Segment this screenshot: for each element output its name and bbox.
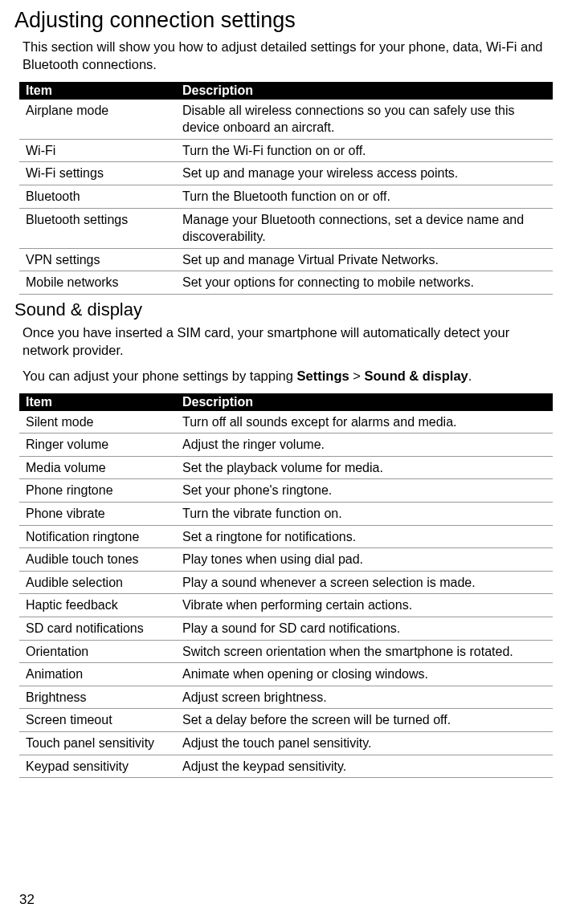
table-cell-item: Screen timeout <box>19 709 176 732</box>
table-cell-item: Animation <box>19 663 176 686</box>
table-row: OrientationSwitch screen orientation whe… <box>19 640 553 663</box>
table-header-item: Item <box>19 393 176 411</box>
table-cell-description: Manage your Bluetooth connections, set a… <box>176 208 553 248</box>
table-cell-description: Turn the Bluetooth function on or off. <box>176 185 553 208</box>
table-cell-description: Turn the Wi-Fi function on or off. <box>176 139 553 162</box>
table-row: Ringer volumeAdjust the ringer volume. <box>19 434 553 457</box>
table-cell-item: Orientation <box>19 640 176 663</box>
table-row: AnimationAnimate when opening or closing… <box>19 663 553 686</box>
heading-sound-display: Sound & display <box>14 299 553 320</box>
table-row: Wi-Fi settingsSet up and manage your wir… <box>19 162 553 185</box>
table-cell-item: VPN settings <box>19 248 176 271</box>
table-cell-description: Vibrate when performing certain actions. <box>176 594 553 617</box>
intro2-sound-display-label: Sound & display <box>364 368 468 383</box>
table-cell-description: Adjust the ringer volume. <box>176 434 553 457</box>
table-cell-item: Mobile networks <box>19 271 176 295</box>
table-cell-item: Brightness <box>19 686 176 709</box>
table-cell-item: Phone ringtone <box>19 479 176 503</box>
table-row: Touch panel sensitivityAdjust the touch … <box>19 731 553 755</box>
table-cell-description: Play a sound for SD card notifications. <box>176 617 553 641</box>
table-cell-description: Turn off all sounds except for alarms an… <box>176 411 553 434</box>
table-cell-description: Set the playback volume for media. <box>176 456 553 479</box>
table-cell-description: Animate when opening or closing windows. <box>176 663 553 686</box>
intro-sound-display-1: Once you have inserted a SIM card, your … <box>22 324 553 360</box>
table-row: Audible selectionPlay a sound whenever a… <box>19 571 553 594</box>
table-row: Phone ringtoneSet your phone's ringtone. <box>19 479 553 503</box>
intro2-settings-label: Settings <box>297 368 349 383</box>
table-header-item: Item <box>19 82 176 100</box>
table-cell-item: Audible selection <box>19 571 176 594</box>
intro2-sep: > <box>349 368 365 383</box>
table-connection-settings: Item Description Airplane modeDisable al… <box>19 82 553 295</box>
table-cell-description: Set your phone's ringtone. <box>176 479 553 503</box>
intro-sound-display-2: You can adjust your phone settings by ta… <box>22 367 553 385</box>
table-cell-item: Haptic feedback <box>19 594 176 617</box>
table-cell-item: Media volume <box>19 456 176 479</box>
table-cell-description: Play tones when using dial pad. <box>176 548 553 572</box>
table-cell-item: Audible touch tones <box>19 548 176 572</box>
table-row: Mobile networksSet your options for conn… <box>19 271 553 295</box>
table-cell-item: Wi-Fi <box>19 139 176 162</box>
table-row: Silent modeTurn off all sounds except fo… <box>19 411 553 434</box>
table-cell-description: Turn the vibrate function on. <box>176 503 553 526</box>
table-cell-description: Adjust screen brightness. <box>176 686 553 709</box>
heading-connection-settings: Adjusting connection settings <box>14 8 553 33</box>
table-row: Keypad sensitivityAdjust the keypad sens… <box>19 755 553 778</box>
table-cell-description: Set up and manage Virtual Private Networ… <box>176 248 553 271</box>
table-row: Wi-FiTurn the Wi-Fi function on or off. <box>19 139 553 162</box>
table-row: Phone vibrateTurn the vibrate function o… <box>19 503 553 526</box>
table-row: BluetoothTurn the Bluetooth function on … <box>19 185 553 208</box>
table-cell-item: Bluetooth settings <box>19 208 176 248</box>
table-cell-description: Disable all wireless connections so you … <box>176 100 553 140</box>
table-cell-description: Set your options for connecting to mobil… <box>176 271 553 295</box>
table-row: Screen timeoutSet a delay before the scr… <box>19 709 553 732</box>
table-cell-item: Keypad sensitivity <box>19 755 176 778</box>
table-cell-description: Set a ringtone for notifications. <box>176 525 553 548</box>
intro2-prefix: You can adjust your phone settings by ta… <box>22 368 297 383</box>
page-number: 32 <box>19 892 35 908</box>
table-cell-item: Touch panel sensitivity <box>19 731 176 755</box>
table-cell-item: Silent mode <box>19 411 176 434</box>
intro2-suffix: . <box>468 368 472 383</box>
table-cell-description: Set up and manage your wireless access p… <box>176 162 553 185</box>
table-cell-description: Adjust the touch panel sensitivity. <box>176 731 553 755</box>
table-row: Audible touch tonesPlay tones when using… <box>19 548 553 572</box>
table-header-description: Description <box>176 82 553 100</box>
table-cell-description: Adjust the keypad sensitivity. <box>176 755 553 778</box>
table-row: Media volumeSet the playback volume for … <box>19 456 553 479</box>
table-header-description: Description <box>176 393 553 411</box>
table-row: Bluetooth settingsManage your Bluetooth … <box>19 208 553 248</box>
table-row: BrightnessAdjust screen brightness. <box>19 686 553 709</box>
table-row: Haptic feedbackVibrate when performing c… <box>19 594 553 617</box>
table-cell-description: Play a sound whenever a screen selection… <box>176 571 553 594</box>
table-cell-item: Phone vibrate <box>19 503 176 526</box>
intro-connection-settings: This section will show you how to adjust… <box>22 38 553 74</box>
table-row: SD card notificationsPlay a sound for SD… <box>19 617 553 641</box>
table-cell-item: Notification ringtone <box>19 525 176 548</box>
table-sound-display: Item Description Silent modeTurn off all… <box>19 393 553 779</box>
table-cell-description: Set a delay before the screen will be tu… <box>176 709 553 732</box>
table-cell-item: Ringer volume <box>19 434 176 457</box>
table-row: Notification ringtoneSet a ringtone for … <box>19 525 553 548</box>
table-row: VPN settingsSet up and manage Virtual Pr… <box>19 248 553 271</box>
table-cell-item: Airplane mode <box>19 100 176 140</box>
table-cell-item: Bluetooth <box>19 185 176 208</box>
table-cell-item: Wi-Fi settings <box>19 162 176 185</box>
table-cell-description: Switch screen orientation when the smart… <box>176 640 553 663</box>
table-row: Airplane modeDisable all wireless connec… <box>19 100 553 140</box>
table-cell-item: SD card notifications <box>19 617 176 641</box>
